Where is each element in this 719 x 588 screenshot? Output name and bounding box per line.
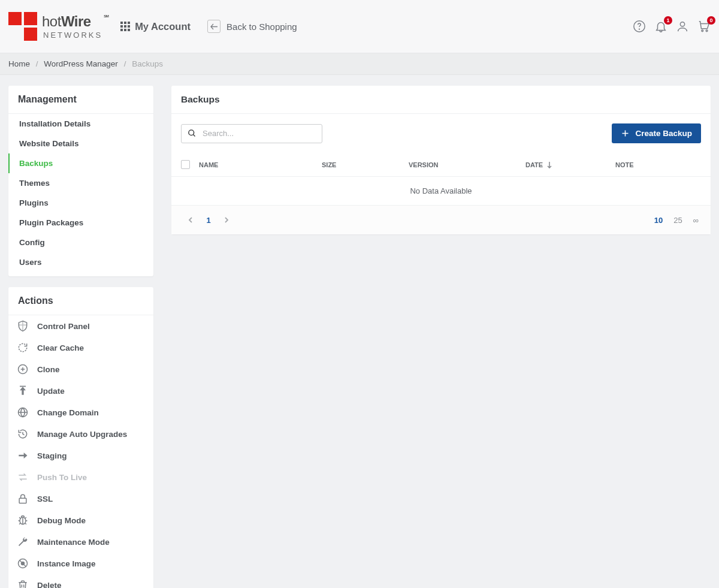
column-date[interactable]: DATE xyxy=(525,161,615,168)
prev-page-button[interactable] xyxy=(183,213,198,227)
search-input[interactable] xyxy=(203,129,316,138)
sidebar-item-plugin-packages[interactable]: Plugin Packages xyxy=(8,213,153,233)
action-label: Clone xyxy=(37,365,60,374)
action-control-panel[interactable]: Control Panel xyxy=(8,315,153,337)
action-clone[interactable]: Clone xyxy=(8,358,153,380)
action-debug-mode[interactable]: Debug Mode xyxy=(8,509,153,531)
action-label: Update xyxy=(37,387,65,396)
create-backup-button[interactable]: Create Backup xyxy=(612,123,701,143)
svg-point-11 xyxy=(22,562,25,565)
search-box[interactable] xyxy=(181,124,322,143)
brand-logo[interactable]: hotWireSM NETWORKS xyxy=(8,12,102,41)
breadcrumb-wordpress-manager[interactable]: WordPress Manager xyxy=(44,59,118,68)
svg-rect-8 xyxy=(19,498,26,503)
clone-icon xyxy=(17,363,29,375)
trash-icon xyxy=(17,579,29,588)
swap-icon xyxy=(17,471,29,483)
sort-down-icon xyxy=(546,161,552,168)
action-label: Push To Live xyxy=(37,473,87,482)
action-label: Staging xyxy=(37,451,67,460)
breadcrumb: Home / WordPress Manager / Backups xyxy=(0,53,719,75)
back-arrow-icon xyxy=(207,20,220,33)
action-label: Change Domain xyxy=(37,408,99,417)
sidebar-item-config[interactable]: Config xyxy=(8,233,153,252)
column-name[interactable]: NAME xyxy=(199,161,322,168)
sidebar-item-website-details[interactable]: Website Details xyxy=(8,134,153,153)
create-backup-label: Create Backup xyxy=(635,129,692,138)
action-label: Manage Auto Upgrades xyxy=(37,430,127,439)
action-push-to-live: Push To Live xyxy=(8,466,153,488)
action-update[interactable]: Update xyxy=(8,380,153,402)
action-instance-image[interactable]: Instance Image xyxy=(8,553,153,574)
actions-panel: Actions Control Panel Clear Cache Clone … xyxy=(8,287,153,588)
action-clear-cache[interactable]: Clear Cache xyxy=(8,337,153,358)
action-maintenance-mode[interactable]: Maintenance Mode xyxy=(8,531,153,553)
back-label: Back to Shopping xyxy=(226,22,297,32)
bug-icon xyxy=(17,514,29,526)
svg-rect-6 xyxy=(20,386,26,387)
page-size-25[interactable]: 25 xyxy=(673,216,682,225)
globe-icon xyxy=(17,406,29,418)
actions-title: Actions xyxy=(8,287,153,315)
sidebar-item-backups[interactable]: Backups xyxy=(8,153,153,173)
action-delete[interactable]: Delete xyxy=(8,574,153,588)
plus-icon xyxy=(621,129,630,138)
svg-point-3 xyxy=(702,30,703,32)
back-to-shopping-button[interactable]: Back to Shopping xyxy=(207,20,297,33)
shield-icon xyxy=(17,320,29,332)
lock-icon xyxy=(17,493,29,505)
svg-point-1 xyxy=(639,29,640,29)
arrow-right-icon xyxy=(17,450,29,462)
action-label: Debug Mode xyxy=(37,516,86,525)
action-label: Control Panel xyxy=(37,322,90,331)
management-title: Management xyxy=(8,86,153,114)
disc-icon xyxy=(17,557,29,569)
sidebar-item-users[interactable]: Users xyxy=(8,252,153,276)
history-icon xyxy=(17,428,29,440)
next-page-button[interactable] xyxy=(219,213,234,227)
sidebar-item-plugins[interactable]: Plugins xyxy=(8,193,153,213)
svg-point-12 xyxy=(189,130,194,135)
cart-icon[interactable]: 0 xyxy=(697,20,711,33)
select-all-checkbox[interactable] xyxy=(181,160,190,169)
management-panel: Management Installation Details Website … xyxy=(8,86,153,276)
column-note[interactable]: NOTE xyxy=(615,161,701,168)
action-ssl[interactable]: SSL xyxy=(8,488,153,509)
action-label: Delete xyxy=(37,581,62,589)
action-manage-auto-upgrades[interactable]: Manage Auto Upgrades xyxy=(8,423,153,445)
action-label: Instance Image xyxy=(37,559,96,568)
wrench-icon xyxy=(17,536,29,548)
breadcrumb-separator: / xyxy=(124,59,126,68)
sidebar-item-themes[interactable]: Themes xyxy=(8,173,153,193)
action-change-domain[interactable]: Change Domain xyxy=(8,402,153,423)
table-header: NAME SIZE VERSION DATE NOTE xyxy=(171,153,711,177)
update-arrow-icon xyxy=(17,385,29,397)
empty-state: No Data Available xyxy=(171,177,711,205)
action-label: Maintenance Mode xyxy=(37,538,110,547)
page-title: Backups xyxy=(171,86,711,114)
page-size-10[interactable]: 10 xyxy=(654,216,663,225)
notifications-icon[interactable]: 1 xyxy=(654,20,667,33)
breadcrumb-current: Backups xyxy=(132,59,163,68)
page-size-infinite[interactable]: ∞ xyxy=(693,216,699,225)
logo-text: hotWireSM NETWORKS xyxy=(42,14,102,39)
breadcrumb-home[interactable]: Home xyxy=(8,59,30,68)
action-staging[interactable]: Staging xyxy=(8,445,153,466)
help-icon[interactable] xyxy=(633,20,646,33)
refresh-icon xyxy=(17,342,29,354)
sidebar-item-installation-details[interactable]: Installation Details xyxy=(8,114,153,134)
current-page[interactable]: 1 xyxy=(201,216,216,225)
column-version[interactable]: VERSION xyxy=(409,161,525,168)
column-size[interactable]: SIZE xyxy=(322,161,409,168)
backups-panel: Backups Create Backup NAME SIZE VERSION … xyxy=(171,86,711,234)
svg-point-2 xyxy=(680,22,684,26)
app-header: hotWireSM NETWORKS My Account Back to Sh… xyxy=(0,0,719,53)
action-label: SSL xyxy=(37,494,53,503)
my-account-nav[interactable]: My Account xyxy=(120,21,191,32)
apps-grid-icon xyxy=(120,22,130,31)
paginator: 1 10 25 ∞ xyxy=(171,205,711,234)
user-icon[interactable] xyxy=(676,20,689,33)
search-icon xyxy=(188,128,197,138)
action-label: Clear Cache xyxy=(37,343,84,352)
notification-badge: 1 xyxy=(664,16,672,25)
